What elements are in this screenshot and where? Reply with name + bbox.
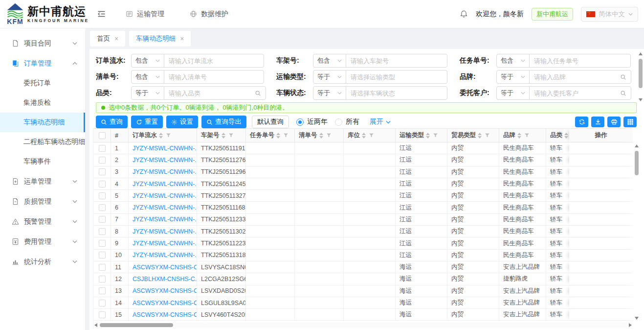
sort-icons[interactable] [159,133,163,139]
tab-home[interactable]: 首页× [90,31,125,47]
funnel-icon[interactable] [166,133,171,138]
table-row[interactable]: 14ASCWSYXM-CNSHS-C...LSGUL83L9SA01...海运内… [93,297,633,309]
operator-select[interactable]: 等于 [313,86,346,100]
table-row[interactable]: 6JYZY-MSWL-CNWHN-...TTKJ250511168...江运内贸… [93,202,633,213]
row-checkbox[interactable] [99,252,106,259]
sidebar-subitem[interactable]: 委托订单 [0,73,85,93]
order-link[interactable]: ASCWSYXM-CNSHS-C... [133,300,197,306]
table-row[interactable]: 1JYZY-MSWL-CNWHN-...TTKJ250511191...江运内贸… [93,142,633,154]
filter-input[interactable] [169,90,255,97]
sidebar-item[interactable]: 项目合同 [0,33,85,53]
search-icon[interactable] [620,90,626,96]
operator-select[interactable]: 包含 [131,70,164,84]
order-link[interactable]: JYZY-MSWL-CNWHN-... [133,157,197,164]
order-link[interactable]: JYZY-MSWL-CNWHN-... [133,181,197,188]
radio-recent-two-years[interactable]: 近两年 [296,118,328,126]
sort-icons[interactable] [426,133,430,139]
printer-button[interactable] [607,117,621,127]
order-link[interactable]: CSJBLHXM-CNSHS-C... [133,276,197,283]
table-scrollbar-horizontal[interactable] [93,322,633,328]
table-row[interactable]: 15ASCWSYXM-CNSHS-C...LSVY460T4S205...海运内… [93,309,633,321]
operator-select[interactable]: 包含 [496,54,530,68]
operator-select[interactable]: 包含 [313,54,346,68]
operator-select[interactable]: 包含 [131,54,164,68]
settings-button[interactable]: 设置 [166,116,198,128]
order-link[interactable]: JYZY-MSWL-CNWHN-... [133,216,197,223]
order-link[interactable]: JYZY-MSWL-CNWHN-... [133,240,197,247]
funnel-icon[interactable] [524,133,530,138]
operator-select[interactable]: 等于 [496,70,530,84]
funnel-icon[interactable] [326,133,332,138]
sidebar-subitem[interactable]: 二程船车辆动态明细 [0,132,85,152]
grid-button[interactable] [623,117,637,127]
bell-icon[interactable] [460,10,468,18]
sort-icons[interactable] [362,133,366,139]
scroll-down-icon[interactable] [639,98,643,101]
sidebar-subitem[interactable]: 车辆动态明细 [0,113,85,132]
funnel-icon[interactable] [283,133,289,138]
row-checkbox[interactable] [99,192,106,199]
sidebar-item[interactable]: 订单管理 [0,53,85,73]
funnel-icon[interactable] [228,133,234,138]
row-checkbox[interactable] [99,145,106,152]
radio-all[interactable]: 所有 [335,118,359,126]
table-row[interactable]: 7JYZY-MSWL-CNWHN-...TTKJ250511233...江运内贸… [93,214,633,226]
filter-input[interactable] [534,73,620,81]
search-icon[interactable] [255,90,261,96]
funnel-icon[interactable] [369,133,374,138]
order-link[interactable]: JYZY-MSWL-CNWHN-... [133,204,197,211]
order-link[interactable]: ASCWSYXM-CNSHS-C... [133,287,197,294]
sidebar-item[interactable]: 预警管理 [0,212,85,232]
filter-input[interactable] [534,90,620,97]
row-checkbox[interactable] [99,204,106,211]
row-checkbox[interactable] [99,240,106,247]
table-row[interactable]: 12CSJBLHXM-CNSHS-C...L2CGA2B12SG62...海运内… [93,273,633,285]
collapse-sidebar-icon[interactable] [97,10,106,18]
sidebar-subitem[interactable]: 集港质检 [0,93,85,113]
funnel-icon[interactable] [433,133,438,138]
row-checkbox[interactable] [99,157,106,164]
sort-icons[interactable] [276,133,280,139]
sidebar-subitem[interactable]: 车辆事件 [0,152,85,171]
scrollbar-thumb[interactable] [639,59,643,88]
row-checkbox[interactable] [99,181,106,188]
download-button[interactable] [591,117,604,127]
nav-item-transport-management[interactable]: 运输管理 [126,10,164,19]
sidebar-item[interactable]: 费用管理 [0,232,85,252]
filter-scrollbar[interactable] [638,51,644,102]
scrollbar-thumb[interactable] [100,323,173,327]
table-scrollbar-vertical[interactable] [634,143,640,320]
table-row[interactable]: 10JYZY-MSWL-CNWHN-...TTKJ250511318...江运内… [93,250,633,261]
operator-select[interactable]: 等于 [131,86,164,100]
row-checkbox[interactable] [99,168,106,175]
tab-vehicle-detail[interactable]: 车辆动态明细× [129,31,191,47]
filter-input[interactable] [351,73,443,81]
close-icon[interactable]: × [114,35,118,42]
row-checkbox[interactable] [99,300,106,306]
order-link[interactable]: ASCWSYXM-CNSHS-C... [133,311,197,318]
sort-icons[interactable] [517,133,521,139]
scroll-left-icon[interactable] [94,323,97,327]
order-link[interactable]: JYZY-MSWL-CNWHN-... [133,192,197,199]
nav-item-data-maintenance[interactable]: 数据维护 [190,10,228,19]
row-checkbox[interactable] [99,216,106,223]
order-link[interactable]: JYZY-MSWL-CNWHN-... [133,252,197,259]
funnel-icon[interactable] [485,133,490,138]
scroll-up-icon[interactable] [635,144,639,147]
filter-input[interactable] [169,73,259,81]
table-row[interactable]: 9JYZY-MSWL-CNWHN-...TTKJ250511223...江运内贸… [93,237,633,249]
sync-button[interactable] [575,117,588,127]
order-link[interactable]: JYZY-MSWL-CNWHN-... [133,145,197,152]
row-checkbox[interactable] [99,311,106,318]
operator-select[interactable]: 等于 [313,70,346,84]
filter-input[interactable] [351,57,443,65]
filter-input[interactable] [169,57,259,65]
sort-icons[interactable] [319,133,323,139]
scroll-right-icon[interactable] [629,323,632,327]
scrollbar-thumb[interactable] [635,151,639,175]
sidebar-item[interactable]: 运单管理 [0,171,85,191]
search-icon[interactable] [620,74,626,80]
table-row[interactable]: 13ASCWSYXM-CNSHS-C...LSVXDABD0S20...海运内贸… [93,285,633,297]
table-row[interactable]: 8JYZY-MSWL-CNWHN-...TTKJ250511302...江运内贸… [93,226,633,237]
row-checkbox[interactable] [99,276,106,283]
